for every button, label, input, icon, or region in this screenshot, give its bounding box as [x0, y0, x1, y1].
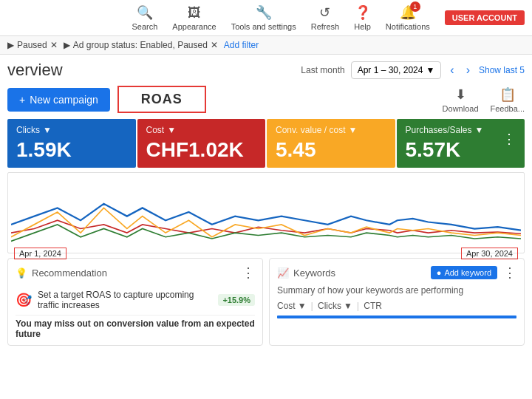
tile-cost-value: CHF1.02K — [146, 138, 257, 162]
prev-period-button[interactable]: ‹ — [447, 62, 457, 78]
toolbar-search[interactable]: 🔍 Search — [132, 4, 157, 31]
tools-icon: 🔧 — [256, 4, 272, 21]
download-button[interactable]: ⬇ Download — [443, 86, 479, 113]
plus-icon: + — [19, 94, 25, 106]
rec-text: Set a target ROAS to capture upcoming tr… — [38, 290, 212, 310]
notifications-icon: 🔔1 — [400, 4, 416, 21]
tile-conv-label[interactable]: Conv. value / cost ▼ — [276, 125, 386, 135]
add-filter-button[interactable]: Add filter — [224, 40, 259, 50]
dropdown-arrow-icon: ▼ — [43, 125, 52, 135]
chevron-down-icon: ▼ — [426, 65, 434, 75]
toolbar-tools[interactable]: 🔧 Tools and settings — [231, 4, 296, 31]
keywords-bar — [277, 316, 516, 318]
rec-badge: +15.9% — [218, 294, 255, 306]
add-keyword-button[interactable]: ● Add keyword — [431, 266, 497, 279]
keywords-summary: Summary of how your keywords are perform… — [277, 285, 516, 296]
toolbar-notifications[interactable]: 🔔1 Notifications — [386, 4, 430, 31]
feedback-icon: 📋 — [499, 86, 516, 103]
filter-tag-adgroup[interactable]: ▶ Ad group status: Enabled, Paused ✕ — [64, 40, 218, 50]
recommendation-title: 💡 Recommendation — [16, 267, 107, 279]
recommendation-row: 🎯 Set a target ROAS to capture upcoming … — [16, 285, 255, 316]
top-row: + New campaign ROAS ⬇ Download 📋 Feedba.… — [7, 86, 525, 113]
tile-clicks-value: 1.59K — [16, 138, 127, 162]
col-clicks[interactable]: Clicks ▼ — [318, 300, 352, 311]
appearance-icon: 🖼 — [188, 5, 201, 21]
filter-bar: ▶ Paused ✕ ▶ Ad group status: Enabled, P… — [0, 36, 532, 55]
rec-description: You may miss out on conversion value fro… — [16, 318, 255, 339]
date-controls: Last month Apr 1 – 30, 2024 ▼ ‹ › Show l… — [301, 61, 525, 79]
search-icon: 🔍 — [137, 4, 153, 21]
col-ctr[interactable]: CTR — [364, 300, 382, 311]
recommendation-menu-icon[interactable]: ⋮ — [242, 265, 255, 281]
next-period-button[interactable]: › — [463, 62, 473, 78]
lightbulb-icon: 💡 — [16, 267, 27, 279]
main-content: + New campaign ROAS ⬇ Download 📋 Feedba.… — [0, 83, 532, 349]
roas-label: ROAS — [141, 92, 183, 106]
tile-conv-value: 5.45 — [276, 138, 386, 162]
keywords-title: 📈 Keywords — [277, 267, 335, 279]
recommendation-header: 💡 Recommendation ⋮ — [16, 265, 255, 281]
page-header: verview Last month Apr 1 – 30, 2024 ▼ ‹ … — [0, 55, 532, 83]
keywords-icon: 📈 — [277, 267, 289, 279]
dropdown-arrow-icon: ▼ — [167, 125, 176, 135]
target-icon: 🎯 — [16, 292, 32, 308]
date-label: Last month — [301, 65, 344, 75]
col-cost[interactable]: Cost ▼ — [277, 300, 307, 311]
keywords-header: 📈 Keywords ● Add keyword ⋮ — [277, 265, 516, 281]
help-icon: ❓ — [355, 4, 371, 21]
keywords-col-headers: Cost ▼ | Clicks ▼ | CTR — [277, 300, 516, 311]
keywords-menu-icon[interactable]: ⋮ — [503, 265, 516, 281]
tile-clicks: Clicks ▼ 1.59K — [7, 119, 136, 168]
page-title: verview — [7, 61, 63, 80]
chart-line-blue — [11, 204, 521, 231]
chart-start-date: Apr 1, 2024 — [14, 248, 66, 259]
tile-purchases-label[interactable]: Purchases/Sales ▼ — [406, 125, 503, 135]
new-campaign-button[interactable]: + New campaign — [7, 88, 110, 112]
chart-svg — [11, 179, 521, 245]
filter-tag-status[interactable]: ▶ Paused ✕ — [7, 40, 58, 50]
date-dropdown[interactable]: Apr 1 – 30, 2024 ▼ — [351, 61, 442, 79]
show-last-button[interactable]: Show last 5 — [479, 65, 525, 75]
tile-cost-label[interactable]: Cost ▼ — [146, 125, 257, 135]
keywords-panel: 📈 Keywords ● Add keyword ⋮ Summary of ho… — [269, 258, 525, 346]
tile-conv-value: Conv. value / cost ▼ 5.45 — [267, 119, 395, 168]
toolbar-refresh[interactable]: ↺ Refresh — [311, 4, 340, 31]
tile-cost: Cost ▼ CHF1.02K — [137, 119, 266, 168]
chart-line-yellow — [11, 208, 521, 236]
chart-area: Apr 1, 2024 Apr 30, 2024 — [7, 172, 525, 253]
recommendation-panel: 💡 Recommendation ⋮ 🎯 Set a target ROAS t… — [7, 258, 263, 346]
refresh-icon: ↺ — [319, 4, 330, 21]
action-icons: ⬇ Download 📋 Feedba... — [443, 86, 525, 113]
notification-badge: 1 — [410, 1, 420, 12]
dropdown-arrow-icon: ▼ — [349, 125, 358, 135]
chevron-down-icon: ▼ — [298, 301, 307, 311]
chart-dates: Apr 1, 2024 Apr 30, 2024 — [11, 248, 521, 259]
toolbar-help[interactable]: ❓ Help — [354, 4, 371, 31]
chevron-down-icon: ▼ — [344, 301, 352, 311]
metric-tiles: Clicks ▼ 1.59K Cost ▼ CHF1.02K Conv. val… — [7, 119, 525, 168]
roas-box: ROAS — [117, 86, 206, 113]
chart-end-date: Apr 30, 2024 — [461, 248, 518, 259]
dropdown-arrow-icon: ▼ — [475, 125, 484, 135]
download-icon: ⬇ — [455, 86, 466, 103]
keywords-actions: ● Add keyword ⋮ — [431, 265, 516, 281]
tile-more-icon[interactable]: ⋮ — [502, 125, 516, 147]
toolbar: 🔍 Search 🖼 Appearance 🔧 Tools and settin… — [0, 0, 532, 36]
bottom-panels: 💡 Recommendation ⋮ 🎯 Set a target ROAS t… — [7, 258, 525, 346]
tile-clicks-label[interactable]: Clicks ▼ — [16, 125, 127, 135]
tile-purchases: Purchases/Sales ▼ 5.57K ⋮ — [397, 119, 525, 168]
tile-purchases-value: 5.57K — [406, 138, 503, 162]
feedback-button[interactable]: 📋 Feedba... — [491, 86, 525, 113]
user-account[interactable]: USER ACCOUNT — [445, 10, 525, 25]
toolbar-appearance[interactable]: 🖼 Appearance — [172, 5, 216, 31]
plus-icon: ● — [437, 268, 442, 277]
